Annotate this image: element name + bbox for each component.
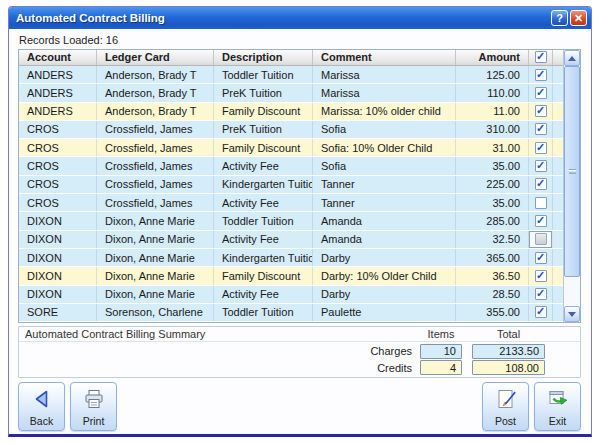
cell-spare [553, 176, 563, 193]
table-data-area: Account Ledger Card Description Comment … [19, 50, 563, 322]
table-row[interactable]: ANDERS Anderson, Brady T Family Discount… [19, 103, 563, 121]
exit-icon [546, 387, 570, 411]
column-header-amount[interactable]: Amount [456, 50, 529, 65]
cell-spare [553, 84, 563, 101]
cell-spare [553, 212, 563, 229]
table-row[interactable]: CROS Crossfield, James Activity Fee Sofi… [19, 157, 563, 175]
table-row[interactable]: ANDERS Anderson, Brady T PreK Tuition Ma… [19, 84, 563, 102]
cell-amount: 110.00 [456, 84, 529, 101]
row-checkbox[interactable] [535, 270, 547, 282]
cell-checkbox [529, 194, 553, 211]
column-header-ledger-card[interactable]: Ledger Card [97, 50, 214, 65]
row-checkbox[interactable] [535, 233, 547, 245]
charges-total-field: 2133.50 [472, 344, 545, 359]
table-row[interactable]: ANDERS Anderson, Brady T Toddler Tuition… [19, 66, 563, 84]
row-checkbox[interactable] [535, 69, 547, 81]
table-row[interactable]: CROS Crossfield, James PreK Tuition Sofi… [19, 121, 563, 139]
row-checkbox[interactable] [535, 87, 547, 99]
cell-account: DIXON [19, 212, 97, 229]
cell-comment: Amanda [313, 231, 456, 248]
cell-amount: 35.00 [456, 157, 529, 174]
column-header-description[interactable]: Description [214, 50, 313, 65]
button-bar: Back Print Post [18, 382, 581, 431]
table-row[interactable]: DIXON Dixon, Anne Marie Toddler Tuition … [19, 212, 563, 230]
help-button[interactable]: ? [551, 10, 568, 26]
table-row[interactable]: DIXON Dixon, Anne Marie Activity Fee Dar… [19, 286, 563, 304]
print-button[interactable]: Print [70, 382, 117, 431]
scrollbar-grip-icon [569, 169, 576, 174]
column-header-spare [553, 50, 563, 65]
cell-amount: 355.00 [456, 304, 529, 321]
table-row[interactable]: CROS Crossfield, James Kindergarten Tuit… [19, 176, 563, 194]
cell-checkbox [529, 286, 553, 303]
cell-description: Activity Fee [214, 231, 313, 248]
close-button[interactable]: ✕ [570, 10, 587, 26]
row-checkbox[interactable] [535, 252, 547, 264]
summary-title: Automated Contract Billing Summary [25, 328, 420, 340]
cell-checkbox [529, 139, 553, 156]
row-checkbox[interactable] [535, 215, 547, 227]
cell-account: DIXON [19, 249, 97, 266]
close-icon: ✕ [574, 12, 583, 25]
cell-comment: Marissa: 10% older child [313, 103, 456, 120]
cell-spare [553, 66, 563, 83]
scroll-up-button[interactable] [564, 50, 580, 66]
cell-ledger-card: Dixon, Anne Marie [97, 267, 214, 284]
scrollbar-track[interactable] [564, 66, 580, 306]
table-row[interactable]: DIXON Dixon, Anne Marie Family Discount … [19, 267, 563, 285]
post-button[interactable]: Post [482, 382, 529, 431]
cell-checkbox [529, 84, 553, 101]
cell-account: ANDERS [19, 66, 97, 83]
summary-total-header: Total [472, 328, 545, 340]
cell-amount: 32.50 [456, 231, 529, 248]
cell-description: Activity Fee [214, 286, 313, 303]
table-row[interactable]: CROS Crossfield, James Family Discount S… [19, 139, 563, 157]
column-header-select [529, 50, 553, 65]
cell-ledger-card: Dixon, Anne Marie [97, 231, 214, 248]
cell-comment: Marissa [313, 66, 456, 83]
scrollbar-thumb[interactable] [564, 66, 580, 277]
row-checkbox[interactable] [535, 197, 547, 209]
select-all-checkbox[interactable] [535, 51, 547, 63]
cell-account: CROS [19, 139, 97, 156]
post-pen-icon [494, 387, 518, 411]
cell-checkbox [529, 66, 553, 83]
vertical-scrollbar[interactable] [563, 50, 580, 322]
cell-checkbox [529, 304, 553, 321]
row-checkbox[interactable] [535, 142, 547, 154]
cell-amount: 35.00 [456, 194, 529, 211]
row-checkbox[interactable] [535, 160, 547, 172]
row-checkbox[interactable] [535, 306, 547, 318]
cell-comment: Sofia [313, 157, 456, 174]
scroll-down-button[interactable] [564, 306, 580, 322]
cell-description: Activity Fee [214, 194, 313, 211]
column-header-account[interactable]: Account [19, 50, 97, 65]
exit-button[interactable]: Exit [534, 382, 581, 431]
row-checkbox[interactable] [535, 288, 547, 300]
cell-ledger-card: Crossfield, James [97, 176, 214, 193]
cell-description: Kindergarten Tuition [214, 176, 313, 193]
cell-spare [553, 194, 563, 211]
row-checkbox[interactable] [535, 123, 547, 135]
table-rows: ANDERS Anderson, Brady T Toddler Tuition… [19, 66, 563, 322]
table-row[interactable]: DIXON Dixon, Anne Marie Kindergarten Tui… [19, 249, 563, 267]
table-row[interactable]: SORE Sorenson, Charlene Toddler Tuition … [19, 304, 563, 322]
table-row[interactable]: DIXON Dixon, Anne Marie Activity Fee Ama… [19, 231, 563, 249]
cell-ledger-card: Dixon, Anne Marie [97, 212, 214, 229]
back-button[interactable]: Back [18, 382, 65, 431]
cell-amount: 28.50 [456, 286, 529, 303]
cell-comment: Tanner [313, 176, 456, 193]
row-checkbox[interactable] [535, 178, 547, 190]
row-checkbox[interactable] [535, 105, 547, 117]
cell-checkbox [529, 157, 553, 174]
credits-items-field: 4 [420, 360, 462, 375]
cell-spare [553, 267, 563, 284]
cell-comment: Darby [313, 249, 456, 266]
cell-ledger-card: Anderson, Brady T [97, 84, 214, 101]
cell-ledger-card: Crossfield, James [97, 157, 214, 174]
summary-items-header: Items [420, 328, 462, 340]
table-row[interactable]: CROS Crossfield, James Activity Fee Tann… [19, 194, 563, 212]
cell-checkbox [529, 249, 553, 266]
column-header-comment[interactable]: Comment [313, 50, 456, 65]
cell-amount: 225.00 [456, 176, 529, 193]
